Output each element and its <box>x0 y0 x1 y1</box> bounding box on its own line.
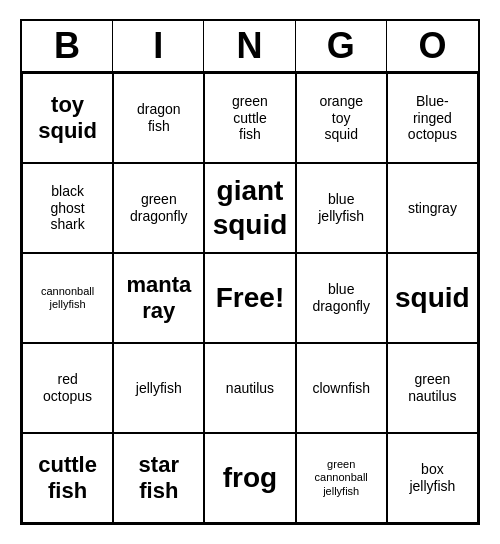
bingo-cell-10: cannonball jellyfish <box>22 253 113 343</box>
bingo-card: BINGO toy squiddragon fishgreen cuttle f… <box>20 19 480 525</box>
bingo-cell-5: black ghost shark <box>22 163 113 253</box>
header-letter-n: N <box>204 21 295 71</box>
bingo-cell-0: toy squid <box>22 73 113 163</box>
bingo-cell-1: dragon fish <box>113 73 204 163</box>
bingo-cell-12: Free! <box>204 253 295 343</box>
bingo-cell-2: green cuttle fish <box>204 73 295 163</box>
bingo-cell-14: squid <box>387 253 478 343</box>
bingo-cell-9: stingray <box>387 163 478 253</box>
header-letter-o: O <box>387 21 478 71</box>
bingo-cell-23: green cannonball jellyfish <box>296 433 387 523</box>
bingo-header: BINGO <box>22 21 478 73</box>
bingo-grid: toy squiddragon fishgreen cuttle fishora… <box>22 73 478 523</box>
bingo-cell-3: orange toy squid <box>296 73 387 163</box>
bingo-cell-8: blue jellyfish <box>296 163 387 253</box>
header-letter-b: B <box>22 21 113 71</box>
header-letter-i: I <box>113 21 204 71</box>
bingo-cell-7: giant squid <box>204 163 295 253</box>
bingo-cell-18: clownfish <box>296 343 387 433</box>
bingo-cell-6: green dragonfly <box>113 163 204 253</box>
header-letter-g: G <box>296 21 387 71</box>
bingo-cell-11: manta ray <box>113 253 204 343</box>
bingo-cell-20: cuttle fish <box>22 433 113 523</box>
bingo-cell-17: nautilus <box>204 343 295 433</box>
bingo-cell-24: box jellyfish <box>387 433 478 523</box>
bingo-cell-4: Blue- ringed octopus <box>387 73 478 163</box>
bingo-cell-13: blue dragonfly <box>296 253 387 343</box>
bingo-cell-16: jellyfish <box>113 343 204 433</box>
bingo-cell-19: green nautilus <box>387 343 478 433</box>
bingo-cell-21: star fish <box>113 433 204 523</box>
bingo-cell-22: frog <box>204 433 295 523</box>
bingo-cell-15: red octopus <box>22 343 113 433</box>
